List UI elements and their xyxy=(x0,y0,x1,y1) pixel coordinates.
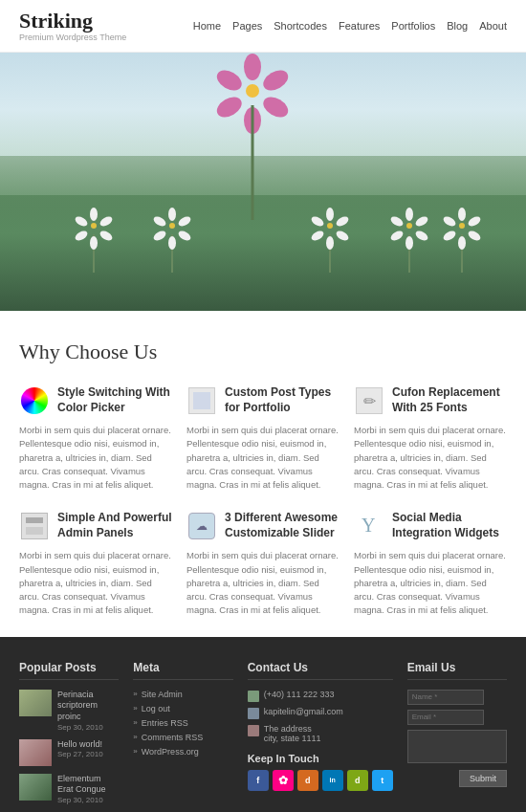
email-input[interactable] xyxy=(407,710,484,725)
feature-icon-4: ☁ xyxy=(186,511,217,541)
feature-text-2: Morbi in sem quis dui placerat ornare. P… xyxy=(354,424,507,492)
contact-phone: (+40) 111 222 333 xyxy=(248,690,393,702)
nav-item-features[interactable]: Features xyxy=(339,20,380,32)
feature-item-1: Custom Post Types for PortfolioMorbi in … xyxy=(186,385,340,492)
popular-posts-col: Popular Posts Perinacia scriptorem proin… xyxy=(19,661,119,812)
post-date-1: Sep 30, 2010 xyxy=(57,723,119,732)
meta-link-5[interactable]: »WordPress.org xyxy=(133,747,232,757)
feature-icon-3 xyxy=(19,511,50,541)
kit-title: Keep In Touch xyxy=(248,753,393,764)
email-contact-icon xyxy=(248,708,259,719)
post-date-3: Sep 30, 2010 xyxy=(57,796,119,804)
meta-arrow-2: » xyxy=(133,704,137,713)
feature-icon-0 xyxy=(19,385,50,416)
meta-link-2[interactable]: »Log out xyxy=(133,704,232,713)
post-date-2: Sep 27, 2010 xyxy=(57,750,103,758)
feature-item-2: ✏Cufon Replacement With 25 FontsMorbi in… xyxy=(354,385,507,492)
meta-link-3[interactable]: »Entries RSS xyxy=(133,718,232,728)
nav-item-pages[interactable]: Pages xyxy=(232,20,262,32)
feature-text-0: Morbi in sem quis dui placerat ornare. P… xyxy=(19,424,172,492)
delicious-icon[interactable]: d xyxy=(347,770,368,791)
social-icons: f ✿ d in d t xyxy=(248,770,393,791)
post-title-2: Hello world! xyxy=(57,739,103,751)
meta-arrow-4: » xyxy=(133,733,137,741)
popular-post-1: Perinacia scriptorem proinc Sep 30, 2010 xyxy=(19,690,119,732)
feature-title-3: Simple And Powerful Admin Panels xyxy=(57,511,172,540)
feature-title-1: Custom Post Types for Portfolio xyxy=(225,385,340,415)
facebook-icon[interactable]: f xyxy=(248,770,269,791)
contact-address: The address city, state 1111 xyxy=(248,724,393,743)
nav-item-about[interactable]: About xyxy=(479,20,507,32)
keep-in-touch: Keep In Touch f ✿ d in d t xyxy=(248,753,393,791)
email-us-title: Email Us xyxy=(407,661,507,680)
twitter-icon[interactable]: t xyxy=(372,770,393,791)
site-header: Striking Premium Wordpress Theme HomePag… xyxy=(0,0,526,53)
post-thumb-3 xyxy=(19,774,52,801)
feature-title-5: Social Media Integration Widgets xyxy=(392,511,507,540)
feature-title-0: Style Switching With Color Picker xyxy=(57,385,172,415)
footer-grid: Popular Posts Perinacia scriptorem proin… xyxy=(19,661,507,812)
meta-arrow-3: » xyxy=(133,718,137,727)
features-grid: Style Switching With Color PickerMorbi i… xyxy=(19,385,507,618)
meta-link-1[interactable]: »Site Admin xyxy=(133,690,232,699)
meta-link-4[interactable]: »Comments RSS xyxy=(133,733,232,742)
feature-icon-5 xyxy=(354,511,384,541)
contact-col: Contact Us (+40) 111 222 333 kapitelin@g… xyxy=(248,661,393,812)
email-us-col: Email Us Submit xyxy=(407,661,507,812)
meta-arrow-1: » xyxy=(133,690,137,698)
nav-item-blog[interactable]: Blog xyxy=(447,20,468,32)
feature-title-4: 3 Different Awesome Customizable Slider xyxy=(225,511,340,540)
post-thumb-2 xyxy=(19,739,52,766)
digg-icon[interactable]: d xyxy=(297,770,318,791)
contact-email: kapitelin@gmail.com xyxy=(248,707,393,719)
feature-text-1: Morbi in sem quis dui placerat ornare. P… xyxy=(186,424,340,492)
feature-text-5: Morbi in sem quis dui placerat ornare. P… xyxy=(354,549,507,617)
popular-post-2: Hello world! Sep 27, 2010 xyxy=(19,739,119,766)
site-footer: Popular Posts Perinacia scriptorem proin… xyxy=(0,637,526,812)
feature-text-3: Morbi in sem quis dui placerat ornare. P… xyxy=(19,549,172,617)
logo-subtitle: Premium Wordpress Theme xyxy=(19,33,126,42)
meta-title: Meta xyxy=(133,661,232,680)
flickr-icon[interactable]: ✿ xyxy=(273,770,294,791)
message-textarea[interactable] xyxy=(407,730,507,763)
name-input[interactable] xyxy=(407,690,484,705)
hero-image xyxy=(0,53,526,311)
contact-title: Contact Us xyxy=(248,661,393,680)
nav-item-portfolios[interactable]: Portfolios xyxy=(391,20,435,32)
email-form: Submit xyxy=(407,690,507,787)
submit-button[interactable]: Submit xyxy=(459,770,507,787)
features-section: Why Choose Us Style Switching With Color… xyxy=(0,311,526,637)
post-title-3: Elementum Erat Congue xyxy=(57,774,119,796)
nav-item-shortcodes[interactable]: Shortcodes xyxy=(274,20,327,32)
feature-text-4: Morbi in sem quis dui placerat ornare. P… xyxy=(186,549,340,617)
feature-item-3: Simple And Powerful Admin PanelsMorbi in… xyxy=(19,511,172,617)
address-icon xyxy=(248,725,259,736)
meta-col: Meta »Site Admin »Log out »Entries RSS »… xyxy=(133,661,232,812)
feature-icon-1 xyxy=(186,385,217,416)
logo-title: Striking xyxy=(19,10,126,33)
section-title: Why Choose Us xyxy=(19,340,507,364)
feature-icon-2: ✏ xyxy=(354,385,384,416)
main-nav: HomePagesShortcodesFeaturesPortfoliosBlo… xyxy=(193,20,507,32)
feature-item-0: Style Switching With Color PickerMorbi i… xyxy=(19,385,172,492)
nav-item-home[interactable]: Home xyxy=(193,20,221,32)
popular-posts-title: Popular Posts xyxy=(19,661,119,680)
logo: Striking Premium Wordpress Theme xyxy=(19,10,126,42)
feature-item-5: Social Media Integration WidgetsMorbi in… xyxy=(354,511,507,617)
phone-icon xyxy=(248,691,259,702)
feature-title-2: Cufon Replacement With 25 Fonts xyxy=(392,385,507,415)
post-thumb-1 xyxy=(19,690,52,716)
feature-item-4: ☁3 Different Awesome Customizable Slider… xyxy=(186,511,340,617)
popular-post-3: Elementum Erat Congue Sep 30, 2010 xyxy=(19,774,119,804)
linkedin-icon[interactable]: in xyxy=(322,770,343,791)
meta-arrow-5: » xyxy=(133,747,137,756)
post-title-1: Perinacia scriptorem proinc xyxy=(57,690,119,723)
